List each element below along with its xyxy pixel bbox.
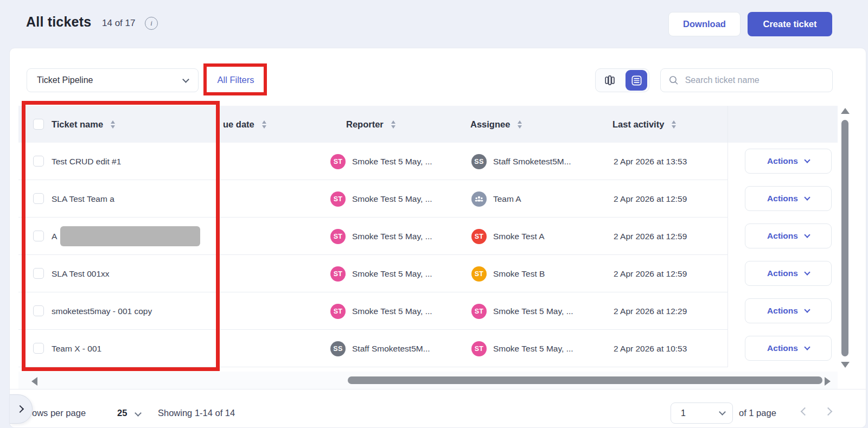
- row-checkbox[interactable]: [33, 193, 44, 204]
- kanban-view-button[interactable]: [596, 69, 624, 92]
- search-box: [660, 68, 833, 92]
- scroll-down-arrow[interactable]: [841, 362, 850, 368]
- vertical-scrollbar-thumb[interactable]: [841, 120, 848, 356]
- team-icon: [474, 194, 484, 204]
- row-checkbox[interactable]: [33, 343, 44, 354]
- table-row[interactable]: A ST Smoke Test 5 May, ... ST Smoke Test…: [18, 218, 838, 255]
- reporter-name: Smoke Test 5 May, ...: [352, 306, 432, 316]
- sort-icon[interactable]: [391, 120, 395, 129]
- reporter-avatar: ST: [330, 154, 346, 169]
- expand-sidebar-button[interactable]: [10, 394, 33, 424]
- previous-page-button[interactable]: [801, 407, 809, 416]
- assignee-initials: ST: [475, 233, 484, 240]
- column-due-date: ue date: [223, 106, 266, 143]
- actions-button[interactable]: Actions: [745, 186, 832, 211]
- scroll-right-arrow[interactable]: [825, 377, 831, 386]
- assignee-avatar: ST: [471, 304, 487, 319]
- horizontal-scrollbar-thumb[interactable]: [348, 376, 822, 384]
- last-activity: 2 Apr 2026 at 13:53: [614, 143, 687, 180]
- sort-icon[interactable]: [111, 120, 115, 129]
- chevron-down-icon: [804, 194, 810, 200]
- assignee-name: Team A: [493, 194, 521, 204]
- actions-button[interactable]: Actions: [745, 223, 832, 248]
- list-icon: [630, 74, 643, 87]
- search-input[interactable]: [685, 75, 825, 85]
- redaction-overlay: [60, 226, 200, 246]
- reporter-name: Smoke Test 5 May, ...: [352, 194, 432, 204]
- reporter-name: Staff Smoketest5M...: [352, 344, 430, 354]
- ticket-name: Team X - 001: [52, 330, 101, 367]
- select-all-checkbox[interactable]: [33, 119, 44, 130]
- row-checkbox[interactable]: [33, 305, 44, 316]
- reporter-avatar: ST: [330, 266, 346, 282]
- actions-button[interactable]: Actions: [745, 261, 832, 286]
- scroll-up-arrow[interactable]: [841, 108, 850, 114]
- page-number-select[interactable]: 1: [671, 403, 733, 424]
- showing-range-label: Showing 1-14 of 14: [158, 406, 235, 419]
- rows-per-page-value[interactable]: 25: [117, 406, 127, 419]
- reporter-initials: ST: [334, 195, 343, 203]
- table-row[interactable]: smoketest5may - 001 copy ST Smoke Test 5…: [18, 292, 838, 330]
- chevron-down-icon: [804, 269, 810, 275]
- actions-label: Actions: [767, 156, 798, 166]
- page-total-label: of 1 page: [739, 406, 776, 419]
- reporter-initials: SS: [333, 345, 342, 353]
- last-activity: 2 Apr 2026 at 12:29: [614, 292, 687, 330]
- page-title: All tickets: [26, 14, 91, 30]
- sort-icon[interactable]: [518, 120, 522, 129]
- reporter-initials: ST: [334, 270, 343, 278]
- chevron-down-icon[interactable]: [135, 410, 142, 417]
- assignee-avatar: [471, 191, 487, 207]
- pipeline-select-value: Ticket Pipeline: [37, 75, 93, 85]
- rows-per-page-label: ows per page: [32, 406, 86, 419]
- chevron-down-icon: [804, 344, 810, 350]
- sort-icon[interactable]: [672, 120, 676, 129]
- pipeline-select[interactable]: Ticket Pipeline: [27, 68, 199, 92]
- chevron-down-icon: [804, 157, 810, 163]
- assignee-initials: ST: [475, 345, 484, 353]
- table-header: Ticket name ue date Reporter Assignee La…: [18, 106, 838, 143]
- sort-icon[interactable]: [262, 120, 266, 129]
- row-checkbox[interactable]: [33, 268, 44, 279]
- table-row[interactable]: SLA Test Team a ST Smoke Test 5 May, ...…: [18, 180, 838, 218]
- last-activity: 2 Apr 2026 at 12:59: [614, 180, 687, 218]
- list-view-button[interactable]: [626, 70, 647, 91]
- scroll-left-arrow[interactable]: [31, 377, 37, 386]
- page-number-value: 1: [681, 408, 686, 418]
- row-checkbox[interactable]: [33, 156, 44, 167]
- reporter-initials: ST: [334, 158, 343, 165]
- table-row[interactable]: Test CRUD edit #1 ST Smoke Test 5 May, .…: [18, 143, 838, 180]
- actions-label: Actions: [767, 194, 798, 203]
- reporter-name: Smoke Test 5 May, ...: [352, 269, 432, 279]
- assignee-avatar: SS: [471, 154, 487, 169]
- create-ticket-button[interactable]: Create ticket: [748, 12, 832, 36]
- assignee-name: Smoke Test A: [493, 232, 544, 241]
- row-checkbox[interactable]: [33, 231, 44, 241]
- actions-label: Actions: [767, 306, 798, 316]
- ticket-name: A: [52, 218, 57, 255]
- all-filters-link[interactable]: All Filters: [204, 64, 267, 96]
- next-page-button[interactable]: [824, 407, 833, 416]
- assignee-name: Smoke Test B: [493, 269, 545, 279]
- info-icon[interactable]: i: [145, 17, 158, 30]
- last-activity: 2 Apr 2026 at 12:59: [614, 218, 687, 255]
- table-row[interactable]: SLA Test 001xx ST Smoke Test 5 May, ... …: [18, 255, 838, 292]
- tickets-panel: Ticket Pipeline All Filters: [9, 48, 866, 428]
- column-reporter: Reporter: [346, 106, 395, 143]
- reporter-name: Smoke Test 5 May, ...: [352, 157, 432, 167]
- footer-divider: [10, 389, 866, 389]
- chevron-down-icon: [182, 76, 189, 83]
- actions-label: Actions: [767, 231, 798, 241]
- reporter-avatar: SS: [330, 341, 346, 356]
- actions-button[interactable]: Actions: [745, 149, 832, 174]
- ticket-count: 14 of 17: [102, 18, 135, 29]
- all-tickets-page: All tickets 14 of 17 i Download Create t…: [0, 0, 868, 428]
- view-toggle-group: [595, 68, 649, 92]
- download-button[interactable]: Download: [668, 12, 741, 36]
- table-row[interactable]: Team X - 001 SS Staff Smoketest5M... ST …: [18, 330, 838, 367]
- actions-button[interactable]: Actions: [745, 298, 832, 323]
- actions-button[interactable]: Actions: [745, 336, 832, 361]
- column-last-activity: Last activity: [612, 106, 676, 143]
- column-divider: [727, 106, 728, 367]
- assignee-initials: SS: [474, 158, 483, 165]
